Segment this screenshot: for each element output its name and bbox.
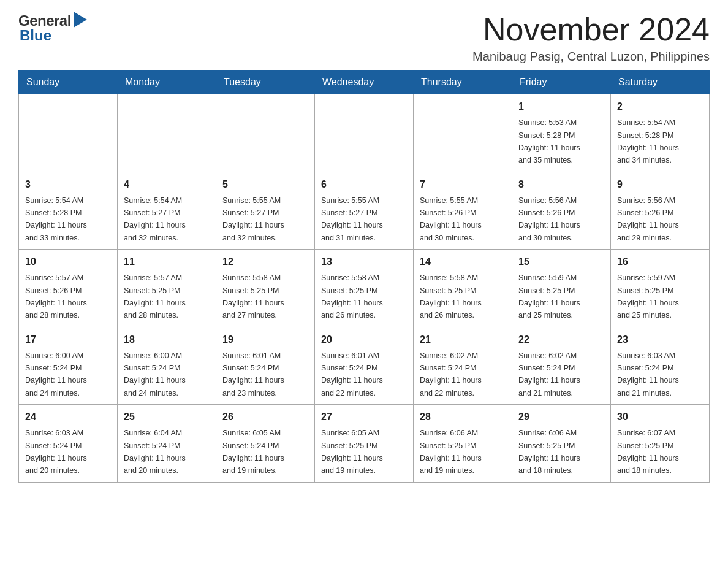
calendar-header-wednesday: Wednesday (315, 71, 414, 94)
day-number: 4 (124, 177, 210, 192)
calendar-header-sunday: Sunday (19, 71, 118, 94)
calendar-cell: 8Sunrise: 5:56 AM Sunset: 5:26 PM Daylig… (512, 172, 611, 250)
calendar-cell (315, 94, 414, 172)
day-info: Sunrise: 5:58 AM Sunset: 5:25 PM Dayligh… (321, 274, 383, 320)
day-info: Sunrise: 5:53 AM Sunset: 5:28 PM Dayligh… (518, 118, 580, 164)
day-number: 10 (25, 255, 111, 269)
day-number: 8 (518, 177, 604, 192)
calendar-header-monday: Monday (118, 71, 216, 94)
calendar-cell: 21Sunrise: 6:02 AM Sunset: 5:24 PM Dayli… (414, 327, 512, 405)
title-block: November 2024 Manibaug Pasig, Central Lu… (472, 12, 710, 64)
day-number: 6 (321, 177, 407, 192)
day-info: Sunrise: 5:57 AM Sunset: 5:25 PM Dayligh… (124, 274, 186, 320)
day-info: Sunrise: 6:01 AM Sunset: 5:24 PM Dayligh… (222, 351, 284, 397)
day-number: 18 (124, 332, 210, 347)
day-info: Sunrise: 5:54 AM Sunset: 5:28 PM Dayligh… (617, 118, 679, 164)
calendar-cell: 6Sunrise: 5:55 AM Sunset: 5:27 PM Daylig… (315, 172, 414, 250)
day-number: 28 (420, 410, 506, 424)
calendar-cell: 2Sunrise: 5:54 AM Sunset: 5:28 PM Daylig… (611, 94, 710, 172)
day-info: Sunrise: 5:57 AM Sunset: 5:26 PM Dayligh… (25, 274, 87, 320)
day-info: Sunrise: 5:55 AM Sunset: 5:27 PM Dayligh… (321, 196, 383, 242)
calendar-cell: 18Sunrise: 6:00 AM Sunset: 5:24 PM Dayli… (118, 327, 216, 405)
calendar-cell: 5Sunrise: 5:55 AM Sunset: 5:27 PM Daylig… (216, 172, 315, 250)
day-number: 12 (222, 255, 308, 269)
calendar-cell: 9Sunrise: 5:56 AM Sunset: 5:26 PM Daylig… (611, 172, 710, 250)
calendar-cell: 27Sunrise: 6:05 AM Sunset: 5:25 PM Dayli… (315, 405, 414, 483)
calendar-cell: 19Sunrise: 6:01 AM Sunset: 5:24 PM Dayli… (216, 327, 315, 405)
calendar-cell: 28Sunrise: 6:06 AM Sunset: 5:25 PM Dayli… (414, 405, 512, 483)
day-info: Sunrise: 6:06 AM Sunset: 5:25 PM Dayligh… (518, 429, 580, 475)
day-info: Sunrise: 5:59 AM Sunset: 5:25 PM Dayligh… (617, 274, 679, 320)
day-number: 27 (321, 410, 407, 424)
day-info: Sunrise: 6:02 AM Sunset: 5:24 PM Dayligh… (518, 351, 580, 397)
day-number: 19 (222, 332, 308, 347)
day-number: 14 (420, 255, 506, 269)
day-info: Sunrise: 5:55 AM Sunset: 5:26 PM Dayligh… (420, 196, 482, 242)
calendar-cell: 3Sunrise: 5:54 AM Sunset: 5:28 PM Daylig… (19, 172, 118, 250)
day-info: Sunrise: 5:56 AM Sunset: 5:26 PM Dayligh… (617, 196, 679, 242)
calendar-cell: 20Sunrise: 6:01 AM Sunset: 5:24 PM Dayli… (315, 327, 414, 405)
day-info: Sunrise: 5:58 AM Sunset: 5:25 PM Dayligh… (420, 274, 482, 320)
day-info: Sunrise: 5:54 AM Sunset: 5:28 PM Dayligh… (25, 196, 87, 242)
calendar-header-friday: Friday (512, 71, 611, 94)
day-number: 17 (25, 332, 111, 347)
calendar-cell: 24Sunrise: 6:03 AM Sunset: 5:24 PM Dayli… (19, 405, 118, 483)
day-number: 3 (25, 177, 111, 192)
day-info: Sunrise: 6:00 AM Sunset: 5:24 PM Dayligh… (25, 351, 87, 397)
calendar-week-row: 1Sunrise: 5:53 AM Sunset: 5:28 PM Daylig… (19, 94, 710, 172)
day-number: 24 (25, 410, 111, 424)
calendar-week-row: 17Sunrise: 6:00 AM Sunset: 5:24 PM Dayli… (19, 327, 710, 405)
day-number: 23 (617, 332, 703, 347)
day-info: Sunrise: 6:02 AM Sunset: 5:24 PM Dayligh… (420, 351, 482, 397)
calendar-cell: 22Sunrise: 6:02 AM Sunset: 5:24 PM Dayli… (512, 327, 611, 405)
logo: General Blue (18, 12, 87, 44)
calendar-week-row: 24Sunrise: 6:03 AM Sunset: 5:24 PM Dayli… (19, 405, 710, 483)
day-info: Sunrise: 5:56 AM Sunset: 5:26 PM Dayligh… (518, 196, 580, 242)
logo-blue-text: Blue (20, 27, 51, 44)
day-number: 29 (518, 410, 604, 424)
calendar-cell: 30Sunrise: 6:07 AM Sunset: 5:25 PM Dayli… (611, 405, 710, 483)
calendar-cell: 29Sunrise: 6:06 AM Sunset: 5:25 PM Dayli… (512, 405, 611, 483)
day-number: 16 (617, 255, 703, 269)
day-info: Sunrise: 6:00 AM Sunset: 5:24 PM Dayligh… (124, 351, 186, 397)
calendar-header-tuesday: Tuesday (216, 71, 315, 94)
calendar-week-row: 10Sunrise: 5:57 AM Sunset: 5:26 PM Dayli… (19, 250, 710, 327)
calendar-cell (118, 94, 216, 172)
page-header: General Blue November 2024 Manibaug Pasi… (18, 12, 710, 64)
day-number: 13 (321, 255, 407, 269)
calendar-cell: 26Sunrise: 6:05 AM Sunset: 5:24 PM Dayli… (216, 405, 315, 483)
day-info: Sunrise: 6:06 AM Sunset: 5:25 PM Dayligh… (420, 429, 482, 475)
calendar-cell (19, 94, 118, 172)
day-info: Sunrise: 6:07 AM Sunset: 5:25 PM Dayligh… (617, 429, 679, 475)
day-info: Sunrise: 5:59 AM Sunset: 5:25 PM Dayligh… (518, 274, 580, 320)
location-subtitle: Manibaug Pasig, Central Luzon, Philippin… (472, 50, 710, 64)
calendar-cell (216, 94, 315, 172)
day-number: 7 (420, 177, 506, 192)
day-number: 20 (321, 332, 407, 347)
calendar-header-row: SundayMondayTuesdayWednesdayThursdayFrid… (19, 71, 710, 94)
day-info: Sunrise: 5:55 AM Sunset: 5:27 PM Dayligh… (222, 196, 284, 242)
day-number: 11 (124, 255, 210, 269)
day-number: 21 (420, 332, 506, 347)
calendar-cell: 10Sunrise: 5:57 AM Sunset: 5:26 PM Dayli… (19, 250, 118, 327)
calendar-cell: 15Sunrise: 5:59 AM Sunset: 5:25 PM Dayli… (512, 250, 611, 327)
day-info: Sunrise: 6:03 AM Sunset: 5:24 PM Dayligh… (617, 351, 679, 397)
calendar-cell: 1Sunrise: 5:53 AM Sunset: 5:28 PM Daylig… (512, 94, 611, 172)
calendar-header-thursday: Thursday (414, 71, 512, 94)
day-info: Sunrise: 5:54 AM Sunset: 5:27 PM Dayligh… (124, 196, 186, 242)
calendar-table: SundayMondayTuesdayWednesdayThursdayFrid… (18, 70, 710, 483)
day-info: Sunrise: 6:03 AM Sunset: 5:24 PM Dayligh… (25, 429, 87, 475)
day-number: 25 (124, 410, 210, 424)
day-info: Sunrise: 6:05 AM Sunset: 5:25 PM Dayligh… (321, 429, 383, 475)
calendar-cell: 11Sunrise: 5:57 AM Sunset: 5:25 PM Dayli… (118, 250, 216, 327)
logo-triangle-icon (74, 12, 87, 28)
day-number: 26 (222, 410, 308, 424)
calendar-cell: 17Sunrise: 6:00 AM Sunset: 5:24 PM Dayli… (19, 327, 118, 405)
calendar-cell: 7Sunrise: 5:55 AM Sunset: 5:26 PM Daylig… (414, 172, 512, 250)
calendar-header-saturday: Saturday (611, 71, 710, 94)
day-number: 1 (518, 99, 604, 114)
day-info: Sunrise: 6:01 AM Sunset: 5:24 PM Dayligh… (321, 351, 383, 397)
calendar-cell: 13Sunrise: 5:58 AM Sunset: 5:25 PM Dayli… (315, 250, 414, 327)
month-year-title: November 2024 (472, 12, 710, 47)
calendar-cell: 25Sunrise: 6:04 AM Sunset: 5:24 PM Dayli… (118, 405, 216, 483)
